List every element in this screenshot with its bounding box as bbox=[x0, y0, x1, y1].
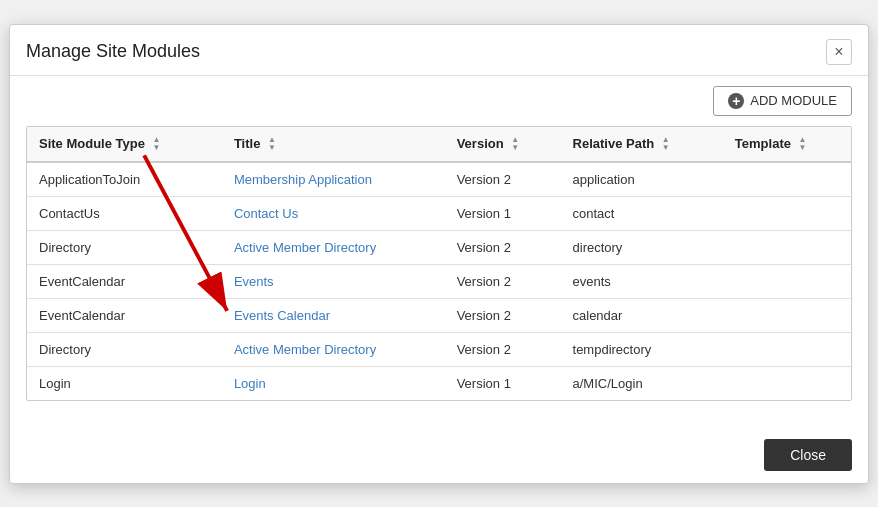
col-header-version: Version ▲▼ bbox=[445, 127, 561, 163]
col-header-type: Site Module Type ▲▼ bbox=[27, 127, 222, 163]
close-button[interactable]: Close bbox=[764, 439, 852, 471]
cell-version: Version 2 bbox=[445, 265, 561, 299]
modal-footer: Close bbox=[10, 427, 868, 483]
cell-type: Directory bbox=[27, 231, 222, 265]
col-header-template: Template ▲▼ bbox=[723, 127, 851, 163]
table-header-row: Site Module Type ▲▼ Title ▲▼ Version ▲▼ bbox=[27, 127, 851, 163]
cell-title: Events bbox=[222, 265, 445, 299]
title-link[interactable]: Contact Us bbox=[234, 206, 298, 221]
modules-table: Site Module Type ▲▼ Title ▲▼ Version ▲▼ bbox=[27, 127, 851, 401]
modal-overlay: Manage Site Modules × + ADD MODULE Site … bbox=[0, 0, 878, 507]
sort-icon-path[interactable]: ▲▼ bbox=[662, 136, 670, 152]
cell-type: Directory bbox=[27, 333, 222, 367]
cell-template bbox=[723, 197, 851, 231]
table-row: EventCalendarEvents CalendarVersion 2cal… bbox=[27, 299, 851, 333]
cell-path: a/MIC/Login bbox=[561, 367, 723, 401]
cell-title: Events Calendar bbox=[222, 299, 445, 333]
cell-title: Membership Application bbox=[222, 162, 445, 197]
cell-type: EventCalendar bbox=[27, 299, 222, 333]
add-module-label: ADD MODULE bbox=[750, 93, 837, 108]
col-header-path: Relative Path ▲▼ bbox=[561, 127, 723, 163]
table-row: LoginLoginVersion 1a/MIC/Login bbox=[27, 367, 851, 401]
sort-icon-template[interactable]: ▲▼ bbox=[799, 136, 807, 152]
cell-title: Contact Us bbox=[222, 197, 445, 231]
title-link[interactable]: Membership Application bbox=[234, 172, 372, 187]
modal: Manage Site Modules × + ADD MODULE Site … bbox=[9, 24, 869, 484]
modal-header: Manage Site Modules × bbox=[10, 25, 868, 76]
title-link[interactable]: Events Calendar bbox=[234, 308, 330, 323]
close-x-button[interactable]: × bbox=[826, 39, 852, 65]
table-row: DirectoryActive Member DirectoryVersion … bbox=[27, 333, 851, 367]
sort-icon-title[interactable]: ▲▼ bbox=[268, 136, 276, 152]
cell-path: calendar bbox=[561, 299, 723, 333]
cell-template bbox=[723, 162, 851, 197]
title-link[interactable]: Login bbox=[234, 376, 266, 391]
table-row: ApplicationToJoinMembership ApplicationV… bbox=[27, 162, 851, 197]
cell-type: Login bbox=[27, 367, 222, 401]
cell-type: EventCalendar bbox=[27, 265, 222, 299]
title-link[interactable]: Events bbox=[234, 274, 274, 289]
sort-icon-version[interactable]: ▲▼ bbox=[511, 136, 519, 152]
cell-version: Version 2 bbox=[445, 231, 561, 265]
cell-template bbox=[723, 265, 851, 299]
modal-toolbar: + ADD MODULE bbox=[10, 76, 868, 126]
table-row: EventCalendarEventsVersion 2events bbox=[27, 265, 851, 299]
cell-template bbox=[723, 299, 851, 333]
cell-path: events bbox=[561, 265, 723, 299]
title-link[interactable]: Active Member Directory bbox=[234, 240, 376, 255]
plus-icon: + bbox=[728, 93, 744, 109]
table-body: ApplicationToJoinMembership ApplicationV… bbox=[27, 162, 851, 400]
cell-version: Version 1 bbox=[445, 367, 561, 401]
cell-version: Version 2 bbox=[445, 162, 561, 197]
cell-path: directory bbox=[561, 231, 723, 265]
cell-version: Version 1 bbox=[445, 197, 561, 231]
sort-icon-type[interactable]: ▲▼ bbox=[153, 136, 161, 152]
cell-title: Login bbox=[222, 367, 445, 401]
modules-table-wrapper: Site Module Type ▲▼ Title ▲▼ Version ▲▼ bbox=[26, 126, 852, 402]
cell-title: Active Member Directory bbox=[222, 333, 445, 367]
cell-template bbox=[723, 333, 851, 367]
cell-version: Version 2 bbox=[445, 333, 561, 367]
cell-type: ContactUs bbox=[27, 197, 222, 231]
cell-path: tempdirectory bbox=[561, 333, 723, 367]
cell-title: Active Member Directory bbox=[222, 231, 445, 265]
cell-path: application bbox=[561, 162, 723, 197]
cell-type: ApplicationToJoin bbox=[27, 162, 222, 197]
table-row: DirectoryActive Member DirectoryVersion … bbox=[27, 231, 851, 265]
cell-template bbox=[723, 367, 851, 401]
modal-title: Manage Site Modules bbox=[26, 41, 200, 62]
cell-path: contact bbox=[561, 197, 723, 231]
cell-version: Version 2 bbox=[445, 299, 561, 333]
cell-template bbox=[723, 231, 851, 265]
table-row: ContactUsContact UsVersion 1contact bbox=[27, 197, 851, 231]
title-link[interactable]: Active Member Directory bbox=[234, 342, 376, 357]
col-header-title: Title ▲▼ bbox=[222, 127, 445, 163]
add-module-button[interactable]: + ADD MODULE bbox=[713, 86, 852, 116]
